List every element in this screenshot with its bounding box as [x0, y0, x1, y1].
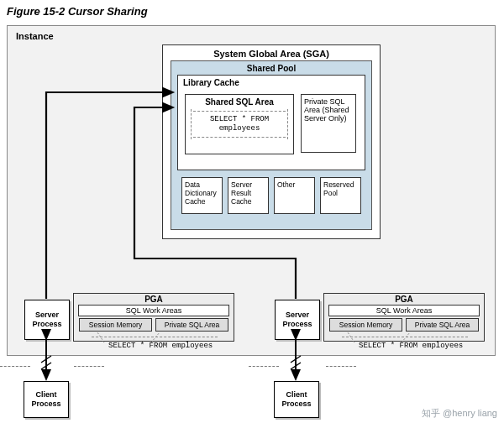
shared-pool-box: Shared Pool Library Cache Shared SQL Are… — [171, 60, 372, 230]
boundary-dash — [0, 366, 30, 367]
watermark: 知乎 @henry liang — [422, 407, 497, 420]
library-cache-title: Library Cache — [178, 76, 365, 89]
pga-title: PGA — [324, 294, 484, 305]
other-box: Other — [274, 177, 315, 214]
sga-title: System Global Area (SGA) — [163, 45, 380, 60]
sga-box: System Global Area (SGA) Shared Pool Lib… — [162, 44, 381, 239]
boundary-dash — [326, 366, 356, 367]
private-sql-area-pga: Private SQL Area — [155, 318, 228, 332]
reserved-pool-box: Reserved Pool — [320, 177, 361, 214]
sql-work-areas: SQL Work Areas — [78, 305, 229, 316]
server-group-left: Server Process PGA SQL Work Areas Sessio… — [24, 293, 236, 350]
client-process-box: Client Process — [274, 381, 319, 418]
private-sql-area-pga: Private SQL Area — [406, 318, 479, 332]
library-cache-box: Library Cache Shared SQL Area SELECT * F… — [177, 75, 365, 170]
sql-legend: SELECT * FROM employees — [359, 342, 463, 350]
server-result-cache: Server Result Cache — [228, 177, 269, 214]
shared-sql-area-box: Shared SQL Area SELECT * FROM employees — [185, 94, 294, 154]
sql-work-areas: SQL Work Areas — [328, 305, 480, 316]
server-process-box: Server Process — [24, 300, 70, 340]
session-memory: Session Memory — [329, 318, 402, 332]
shared-pool-row2: Data Dictionary Cache Server Result Cach… — [178, 177, 365, 214]
pga-box: PGA SQL Work Areas Session Memory Privat… — [323, 293, 485, 342]
data-dictionary-cache: Data Dictionary Cache — [181, 177, 223, 214]
shared-sql-statement: SELECT * FROM employees — [193, 111, 286, 138]
boundary-dash — [74, 366, 104, 367]
server-group-right: Server Process PGA SQL Work Areas Sessio… — [275, 293, 486, 350]
pga-title: PGA — [74, 294, 234, 305]
shared-sql-area-title: Shared SQL Area — [186, 95, 293, 107]
session-memory: Session Memory — [79, 318, 152, 332]
server-process-box: Server Process — [275, 300, 320, 340]
client-process-box: Client Process — [24, 381, 69, 418]
private-sql-area-box: Private SQL Area (Shared Server Only) — [301, 94, 356, 153]
sql-legend: SELECT * FROM employees — [108, 342, 213, 350]
pga-box: PGA SQL Work Areas Session Memory Privat… — [73, 293, 234, 342]
shared-pool-title: Shared Pool — [171, 61, 371, 75]
figure-title: Figure 15-2 Cursor Sharing — [7, 5, 148, 18]
boundary-dash — [249, 366, 279, 367]
instance-label: Instance — [16, 31, 54, 41]
instance-box: Instance System Global Area (SGA) Shared… — [7, 25, 496, 356]
